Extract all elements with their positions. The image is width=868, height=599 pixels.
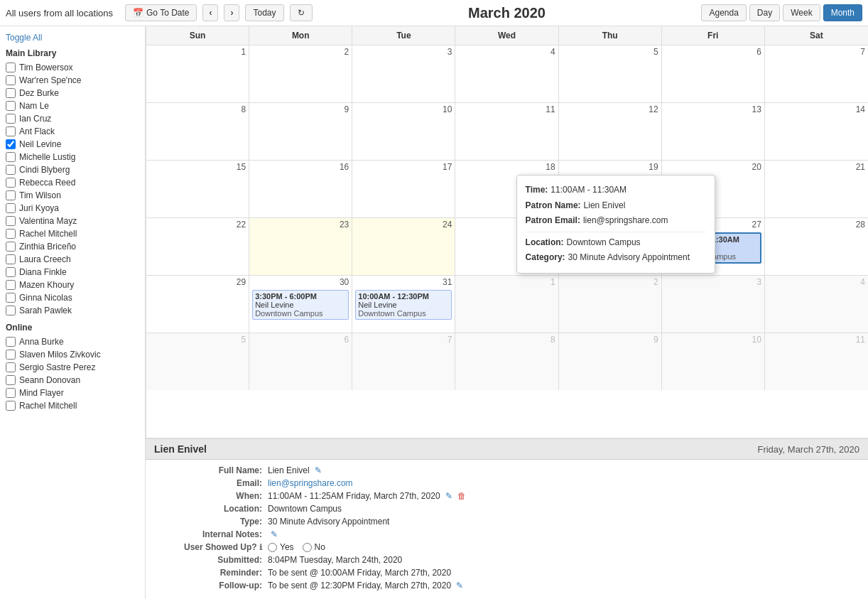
- edit-when-icon[interactable]: ✎: [445, 491, 452, 501]
- cell-apr3[interactable]: 3: [662, 276, 765, 333]
- checkbox-tim-bowersox[interactable]: [6, 63, 16, 72]
- checkbox-ginna-nicolas[interactable]: [6, 293, 16, 303]
- checkbox-mazen-khoury[interactable]: [6, 280, 16, 290]
- toolbar-left: All users from all locations: [6, 8, 119, 18]
- prev-button[interactable]: ‹: [202, 4, 218, 21]
- toolbar: All users from all locations 📅 Go To Dat…: [0, 0, 868, 26]
- checkbox-seann-donovan[interactable]: [6, 375, 16, 385]
- cell-mar3[interactable]: 3: [352, 45, 455, 102]
- cell-mar17[interactable]: 17: [352, 161, 455, 217]
- checkbox-ant-flack[interactable]: [6, 126, 16, 136]
- cell-mar1[interactable]: 1: [146, 45, 249, 102]
- cell-mar29[interactable]: 29: [146, 276, 249, 333]
- all-users-label: All users from all locations: [6, 8, 119, 18]
- checkbox-zinthia-briceno[interactable]: [6, 242, 16, 252]
- cell-mar4[interactable]: 4: [455, 45, 558, 102]
- cell-apr11[interactable]: 11: [765, 333, 868, 390]
- event-mar31[interactable]: 10:00AM - 12:30PM Neil Levine Downtown C…: [355, 290, 452, 320]
- cell-mar5[interactable]: 5: [559, 45, 662, 102]
- cell-mar30[interactable]: 30 3:30PM - 6:00PM Neil Levine Downtown …: [249, 276, 352, 333]
- cell-mar31[interactable]: 31 10:00AM - 12:30PM Neil Levine Downtow…: [352, 276, 455, 333]
- go-to-date-button[interactable]: 📅 Go To Date: [125, 4, 197, 21]
- cell-apr7[interactable]: 7: [352, 333, 455, 390]
- cell-apr4[interactable]: 4: [765, 276, 868, 333]
- cell-apr6[interactable]: 6: [249, 333, 352, 390]
- checkbox-diana-finkle[interactable]: [6, 267, 16, 277]
- cell-mar8[interactable]: 8: [146, 103, 249, 160]
- cell-mar14[interactable]: 14: [765, 103, 868, 160]
- sidebar-item-ginna-nicolas: Ginna Nicolas: [0, 291, 145, 304]
- edit-followup-icon[interactable]: ✎: [456, 581, 463, 590]
- detail-email-link[interactable]: lien@springshare.com: [268, 478, 353, 488]
- agenda-button[interactable]: Agenda: [701, 4, 746, 21]
- cell-mar6[interactable]: 6: [662, 45, 765, 102]
- cell-mar10[interactable]: 10: [352, 103, 455, 160]
- cell-mar13[interactable]: 13: [662, 103, 765, 160]
- checkbox-rebecca-reed[interactable]: [6, 178, 16, 188]
- checkbox-dez-burke[interactable]: [6, 88, 16, 98]
- cell-apr10[interactable]: 10: [662, 333, 765, 390]
- checkbox-michelle-lustig[interactable]: [6, 152, 16, 162]
- refresh-button[interactable]: ↻: [290, 4, 313, 21]
- checkbox-juri-kyoya[interactable]: [6, 203, 16, 213]
- checkbox-laura-creech[interactable]: [6, 254, 16, 264]
- cell-mar23[interactable]: 23: [249, 218, 352, 275]
- cell-mar2[interactable]: 2: [249, 45, 352, 102]
- checkbox-warren-spence[interactable]: [6, 75, 16, 85]
- checkbox-sarah-pawlek[interactable]: [6, 306, 16, 315]
- checkbox-ian-cruz[interactable]: [6, 114, 16, 124]
- detail-email-row: Email: lien@springshare.com: [154, 478, 859, 488]
- label-michelle-lustig: Michelle Lustig: [19, 152, 75, 162]
- checkbox-valentina-mayz[interactable]: [6, 216, 16, 226]
- label-laura-creech: Laura Creech: [19, 254, 71, 264]
- week-button[interactable]: Week: [783, 4, 820, 21]
- checkbox-rachel-mitchell[interactable]: [6, 229, 16, 239]
- checkbox-nam-le[interactable]: [6, 101, 16, 111]
- checkbox-cindi-blyberg[interactable]: [6, 165, 16, 175]
- cell-mar19[interactable]: 19 Time: 11:00AM - 11:30AM Patron Name: …: [559, 161, 662, 217]
- cell-mar11[interactable]: 11: [455, 103, 558, 160]
- month-button[interactable]: Month: [823, 4, 862, 21]
- cell-apr9[interactable]: 9: [559, 333, 662, 390]
- sidebar-item-anna-burke: Anna Burke: [0, 335, 145, 348]
- edit-notes-icon[interactable]: ✎: [271, 529, 278, 539]
- delete-when-icon[interactable]: 🗑: [457, 491, 466, 501]
- main-content: Toggle All Main Library Tim Bowersox War…: [0, 26, 868, 599]
- cell-mar21[interactable]: 21: [765, 161, 868, 217]
- cell-apr5[interactable]: 5: [146, 333, 249, 390]
- checkbox-mind-flayer[interactable]: [6, 388, 16, 398]
- no-radio[interactable]: [303, 543, 312, 552]
- cell-mar15[interactable]: 15: [146, 161, 249, 217]
- tooltip-email-label: Patron Email:: [526, 213, 580, 229]
- cell-mar22[interactable]: 22: [146, 218, 249, 275]
- day-button[interactable]: Day: [749, 4, 780, 21]
- cell-apr8[interactable]: 8: [455, 333, 558, 390]
- label-ian-cruz: Ian Cruz: [19, 114, 51, 124]
- tooltip-patron-row: Patron Name: Lien Enivel: [526, 198, 706, 214]
- detail-fullname-label: Full Name:: [154, 465, 268, 475]
- toggle-all-link[interactable]: Toggle All: [0, 30, 145, 45]
- cell-mar12[interactable]: 12: [559, 103, 662, 160]
- detail-fullname-value: Lien Enivel ✎: [268, 465, 322, 475]
- cell-mar16[interactable]: 16: [249, 161, 352, 217]
- cell-mar7[interactable]: 7: [765, 45, 868, 102]
- yes-radio[interactable]: [268, 543, 277, 552]
- checkbox-rachel-mitchell-online[interactable]: [6, 401, 16, 411]
- today-button[interactable]: Today: [245, 4, 283, 21]
- checkbox-anna-burke[interactable]: [6, 337, 16, 347]
- cell-apr1[interactable]: 1: [455, 276, 558, 333]
- sidebar-item-neil-levine: Neil Levine: [0, 138, 145, 151]
- cell-apr2[interactable]: 2: [559, 276, 662, 333]
- week-3: 15 16 17 18 19 Time: 11:00AM - 11:30AM: [146, 161, 868, 218]
- edit-name-icon[interactable]: ✎: [315, 465, 322, 475]
- checkbox-neil-levine[interactable]: [6, 139, 16, 149]
- cell-mar9[interactable]: 9: [249, 103, 352, 160]
- event-mar30[interactable]: 3:30PM - 6:00PM Neil Levine Downtown Cam…: [252, 290, 349, 320]
- detail-type-row: Type: 30 Minute Advisory Appointment: [154, 517, 859, 527]
- cell-mar24[interactable]: 24: [352, 218, 455, 275]
- checkbox-slaven-milos[interactable]: [6, 350, 16, 360]
- next-button[interactable]: ›: [224, 4, 239, 21]
- checkbox-sergio-sastre[interactable]: [6, 362, 16, 372]
- checkbox-tim-wilson[interactable]: [6, 190, 16, 200]
- cell-mar28[interactable]: 28: [765, 218, 868, 275]
